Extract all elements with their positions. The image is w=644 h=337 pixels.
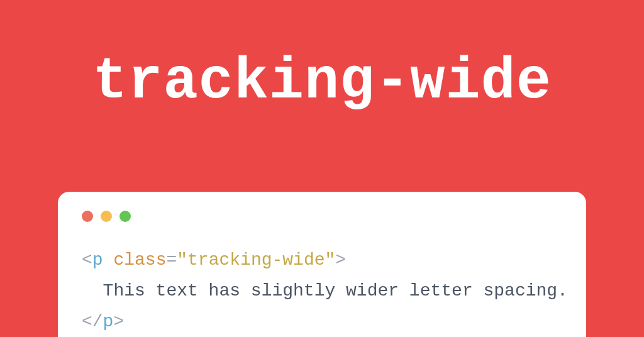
close-icon <box>82 211 93 222</box>
token-bracket: </ <box>82 312 103 331</box>
token-attr: class <box>113 250 166 270</box>
token-bracket: < <box>82 250 92 270</box>
minimize-icon <box>101 211 112 222</box>
token-eq: = <box>166 250 177 270</box>
token-tag: p <box>103 312 114 331</box>
token-bracket: > <box>113 312 124 331</box>
code-text-content: This text has slightly wider letter spac… <box>103 281 568 301</box>
token-bracket: > <box>335 250 346 270</box>
code-line-2: This text has slightly wider letter spac… <box>82 281 568 301</box>
code-window: <p class="tracking-wide"> This text has … <box>58 192 586 337</box>
maximize-icon <box>119 211 131 222</box>
code-block: <p class="tracking-wide"> This text has … <box>82 245 562 337</box>
token-tag: p <box>92 250 103 270</box>
code-line-3: </p> <box>82 312 124 331</box>
window-traffic-lights <box>82 211 562 222</box>
token-string: "tracking-wide" <box>177 250 335 270</box>
hero-title: tracking-wide <box>0 0 644 115</box>
token-space <box>103 250 114 270</box>
code-line-1: <p class="tracking-wide"> <box>82 250 346 270</box>
